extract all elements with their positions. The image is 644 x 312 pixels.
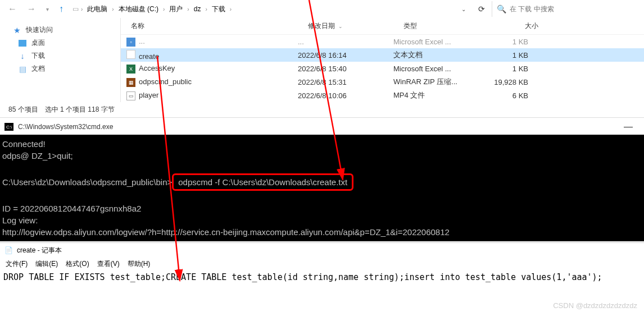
search-box[interactable]: 🔍: [492, 1, 641, 17]
column-date[interactable]: 修改日期⌄: [308, 21, 403, 31]
expand-icon[interactable]: ⌄: [456, 6, 471, 12]
address-bar: ← → ▾ ↑ ▭ › 此电脑 › 本地磁盘 (C:) › 用户 › dz › …: [0, 0, 644, 18]
column-headers: 名称 修改日期⌄ 类型 大小: [121, 18, 644, 35]
cmd-output: Log view:: [2, 214, 642, 226]
drive-icon: ▭: [72, 5, 79, 13]
table-row[interactable]: ▫... ... Microsoft Excel ... 1 KB: [121, 35, 644, 48]
table-row[interactable]: ▭player 2022/6/8 10:06 MP4 文件 6 KB: [121, 89, 644, 102]
column-name[interactable]: 名称: [126, 21, 308, 31]
cmd-output: ID = 20220608120447467gsnnxh8a2: [2, 203, 642, 214]
file-icon: ▫: [126, 38, 135, 47]
zip-file-icon: ▦: [126, 78, 135, 87]
breadcrumb-item[interactable]: 本地磁盘 (C:): [116, 4, 161, 14]
table-row[interactable]: ▦odpscmd_public 2022/6/8 15:31 WinRAR ZI…: [121, 75, 644, 89]
table-row[interactable]: XAccessKey 2022/6/8 15:40 Microsoft Exce…: [121, 62, 644, 75]
cmd-output: [2, 162, 642, 173]
breadcrumb-item[interactable]: 用户: [167, 4, 185, 14]
sidebar-downloads[interactable]: ↓ 下载: [0, 49, 120, 62]
sidebar-desktop[interactable]: 桌面: [0, 36, 120, 49]
cmd-body[interactable]: Connected! odps@ DZ_1>quit; C:\Users\dz\…: [0, 135, 644, 241]
cmd-icon: C:\: [4, 123, 13, 131]
watermark: CSDN @dzdzdzdzdzdzdz: [553, 301, 637, 310]
menu-format[interactable]: 格式(O): [66, 259, 89, 269]
minimize-icon[interactable]: —: [617, 122, 640, 132]
text-file-icon: [126, 50, 135, 59]
cmd-output: [2, 191, 642, 203]
status-items: 85 个项目: [8, 105, 38, 114]
cmd-window: C:\ C:\Windows\System32\cmd.exe — Connec…: [0, 119, 644, 241]
download-icon: ↓: [18, 52, 27, 61]
status-selected: 选中 1 个项目 118 字节: [45, 105, 115, 114]
video-file-icon: ▭: [126, 91, 135, 100]
breadcrumb[interactable]: ▭ › 此电脑 › 本地磁盘 (C:) › 用户 › dz › 下载 ›: [72, 4, 456, 14]
nav-dropdown-icon[interactable]: ▾: [46, 6, 49, 12]
column-size[interactable]: 大小: [493, 21, 538, 31]
excel-file-icon: X: [126, 65, 135, 74]
breadcrumb-item[interactable]: 下载: [210, 4, 228, 14]
menu-file[interactable]: 文件(F): [6, 259, 28, 269]
notepad-titlebar[interactable]: 📄 create - 记事本: [0, 243, 644, 258]
cmd-output: odps@ DZ_1>quit;: [2, 150, 642, 162]
star-icon: ★: [12, 26, 21, 35]
highlighted-command: odpscmd -f C:\Users\dz\Downloads\create.…: [172, 173, 353, 191]
sidebar-documents[interactable]: ▤ 文档: [0, 62, 120, 75]
status-bar: 85 个项目 选中 1 个项目 118 字节: [0, 102, 644, 117]
notepad-menu: 文件(F) 编辑(E) 格式(O) 查看(V) 帮助(H): [0, 258, 644, 270]
menu-edit[interactable]: 编辑(E): [35, 259, 58, 269]
cmd-output: Connected!: [2, 138, 642, 150]
breadcrumb-item[interactable]: 此电脑: [85, 4, 110, 14]
nav-back-icon[interactable]: ←: [8, 4, 17, 14]
menu-help[interactable]: 帮助(H): [128, 259, 151, 269]
file-list: 名称 修改日期⌄ 类型 大小 ▫... ... Microsoft Excel …: [121, 18, 644, 102]
sidebar-item-label: 桌面: [31, 38, 45, 48]
refresh-icon[interactable]: ⟳: [471, 4, 492, 13]
menu-view[interactable]: 查看(V): [97, 259, 120, 269]
document-icon: ▤: [18, 65, 27, 74]
sidebar-item-label: 下载: [31, 51, 45, 61]
cmd-titlebar[interactable]: C:\ C:\Windows\System32\cmd.exe —: [0, 119, 644, 135]
sidebar-quick-access[interactable]: ★ 快速访问: [0, 24, 120, 36]
notepad-content[interactable]: DROP TABLE IF EXISTS test_table;CREATE T…: [0, 270, 644, 284]
sidebar-item-label: 快速访问: [26, 25, 53, 35]
desktop-icon: [18, 39, 27, 48]
notepad-icon: 📄: [4, 246, 13, 255]
column-type[interactable]: 类型: [403, 21, 493, 31]
breadcrumb-item[interactable]: dz: [192, 5, 203, 13]
sidebar-item-label: 文档: [31, 64, 45, 74]
cmd-output: C:\Users\dz\Downloads\odpscmd_public\bin…: [2, 173, 642, 191]
file-explorer: ← → ▾ ↑ ▭ › 此电脑 › 本地磁盘 (C:) › 用户 › dz › …: [0, 0, 644, 118]
notepad-window: 📄 create - 记事本 文件(F) 编辑(E) 格式(O) 查看(V) 帮…: [0, 242, 644, 284]
notepad-title: create - 记事本: [17, 246, 62, 255]
nav-forward-icon[interactable]: →: [27, 4, 36, 14]
cmd-title: C:\Windows\System32\cmd.exe: [18, 123, 113, 131]
cmd-output: http://logview.odps.aliyun.com/logview/?…: [2, 226, 642, 238]
search-icon: 🔍: [497, 4, 506, 13]
table-row[interactable]: create 2022/6/8 16:14 文本文档 1 KB: [121, 48, 644, 62]
search-input[interactable]: [510, 5, 636, 13]
nav-up-icon[interactable]: ↑: [59, 4, 64, 14]
sidebar: ★ 快速访问 桌面 ↓ 下载 ▤ 文档: [0, 18, 121, 102]
